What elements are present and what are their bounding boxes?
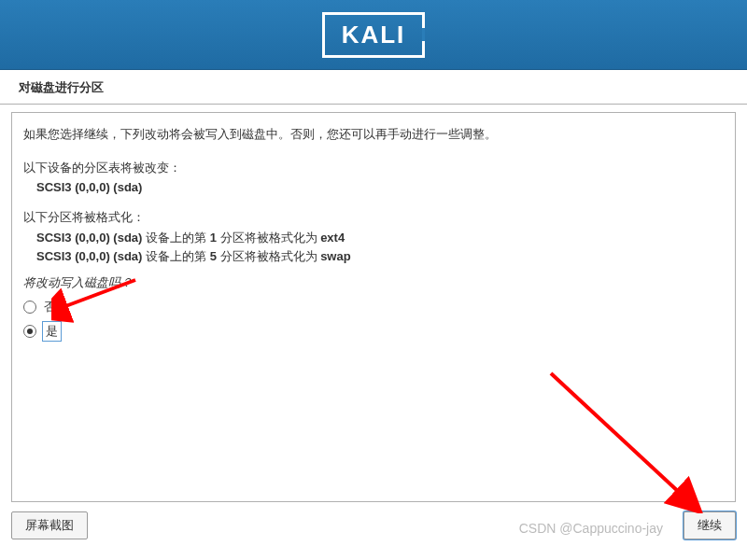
- continue-button[interactable]: 继续: [684, 511, 736, 539]
- radio-icon-no: [23, 301, 36, 314]
- partition-table-device: SCSI3 (0,0,0) (sda): [36, 180, 724, 194]
- radio-label-no: 否: [44, 299, 56, 315]
- main-panel: 如果您选择继续，下列改动将会被写入到磁盘中。否则，您还可以再手动进行一些调整。 …: [11, 112, 736, 502]
- kali-logo: KALI: [322, 12, 426, 58]
- radio-option-no[interactable]: 否: [23, 299, 724, 315]
- format-label: 以下分区将被格式化：: [23, 209, 724, 226]
- footer: 屏幕截图 继续: [0, 502, 747, 560]
- radio-label-yes: 是: [44, 323, 60, 340]
- screenshot-button[interactable]: 屏幕截图: [11, 511, 88, 539]
- partition-table-label: 以下设备的分区表将被改变：: [23, 160, 724, 176]
- radio-icon-yes: [23, 325, 36, 338]
- page-title: 对磁盘进行分区: [0, 70, 747, 105]
- radio-option-yes[interactable]: 是: [23, 323, 724, 340]
- format-line-2: SCSI3 (0,0,0) (sda) 设备上的第 5 分区将被格式化为 swa…: [36, 248, 724, 265]
- write-question: 将改动写入磁盘吗？: [23, 274, 724, 291]
- intro-text: 如果您选择继续，下列改动将会被写入到磁盘中。否则，您还可以再手动进行一些调整。: [23, 126, 724, 143]
- header: KALI: [0, 0, 747, 70]
- format-line-1: SCSI3 (0,0,0) (sda) 设备上的第 1 分区将被格式化为 ext…: [36, 230, 724, 246]
